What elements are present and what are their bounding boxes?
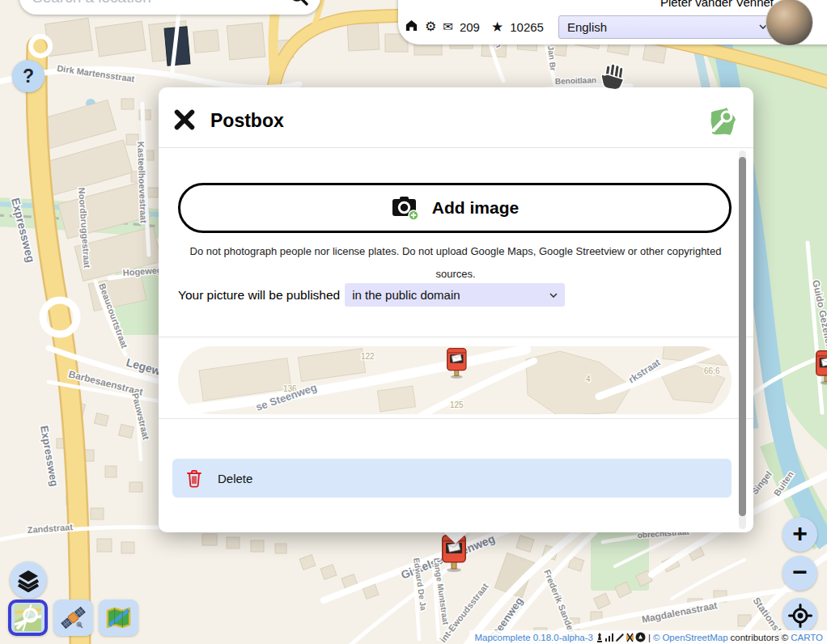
mapillary-icon	[635, 632, 646, 642]
pencil-icon	[615, 633, 625, 642]
star-icon: ★	[491, 20, 503, 34]
hand-cursor	[600, 63, 628, 95]
street-label: Expressweg	[38, 425, 61, 487]
theme-switcher	[8, 600, 138, 636]
delete-label: Delete	[218, 472, 252, 485]
close-icon[interactable]	[173, 108, 197, 133]
trash-icon	[185, 468, 203, 489]
osm-logo-icon[interactable]	[706, 105, 738, 141]
search-bar[interactable]	[19, 0, 320, 15]
dialog-pointer-arrow	[442, 531, 469, 544]
geolocate-button[interactable]	[782, 598, 817, 633]
theme-button-osm[interactable]	[8, 600, 48, 636]
help-button[interactable]: ?	[12, 60, 45, 92]
geolocate-icon	[788, 604, 812, 628]
copyright-symbol: ©	[653, 633, 659, 642]
dialog-title: Postbox	[210, 110, 284, 132]
language-select-value: English	[567, 20, 607, 34]
plus-icon: +	[792, 520, 808, 546]
divider	[159, 418, 753, 419]
street-label: Magdalenastraat	[641, 600, 719, 625]
license-select[interactable]: in the public domain	[345, 283, 565, 307]
stars-count: 10265	[510, 20, 544, 34]
satellite-icon	[60, 604, 87, 631]
attribution-icons[interactable]	[596, 632, 646, 642]
chevron-down-icon	[549, 293, 558, 298]
layers-button[interactable]	[10, 561, 47, 599]
search-input[interactable]	[19, 0, 288, 6]
user-avatar[interactable]	[766, 0, 813, 46]
carto-link[interactable]: CARTO	[791, 633, 823, 642]
theme-button-aerial[interactable]	[53, 600, 93, 636]
add-image-button[interactable]: Add image	[178, 183, 732, 233]
statistics-icon	[604, 633, 614, 642]
house-number: 125	[450, 400, 464, 409]
help-button-label: ?	[23, 66, 34, 87]
josm-icon	[626, 633, 634, 642]
statue-icon	[596, 633, 604, 642]
image-license-note: Do not photograph people nor license pla…	[189, 240, 723, 286]
street-label: Benoitlaan	[555, 75, 596, 86]
openstreetmap-link[interactable]: OpenStreetMap	[662, 633, 727, 642]
feature-minimap[interactable]: 122 136 125 4 66;6 se Steenweg rkstraat	[178, 346, 732, 414]
license-select-value: in the public domain	[352, 288, 460, 302]
street-label: Jan Br	[546, 45, 558, 71]
house-number: 4	[586, 375, 591, 383]
theme-button-map[interactable]	[99, 600, 138, 636]
mail-icon[interactable]: ✉	[443, 21, 453, 33]
osm-map-icon	[15, 604, 41, 631]
layers-icon	[16, 568, 40, 592]
user-topbar: Pieter vander Vennet ⚙ ✉ 209 ★ 10265 Eng…	[398, 0, 827, 44]
copyright-symbol: ©	[782, 633, 788, 642]
folded-map-icon	[105, 604, 132, 631]
house-number: 122	[361, 352, 375, 361]
dialog-scrollbar-thumb[interactable]	[739, 157, 746, 516]
divider	[159, 147, 753, 148]
publish-prefix: Your picture will be published	[178, 288, 340, 303]
zoom-out-button[interactable]: −	[782, 556, 817, 591]
zoom-in-button[interactable]: +	[782, 517, 817, 552]
contributors-text: contributors	[731, 633, 779, 642]
add-image-label: Add image	[432, 198, 519, 218]
attribution-separator: |	[648, 633, 651, 642]
attribution-bar: Mapcomplete 0.18.0-alpha-3 | © OpenStree…	[469, 630, 827, 644]
messages-count[interactable]: 209	[460, 20, 480, 34]
search-icon[interactable]	[288, 0, 309, 10]
street-label: Zandstraat	[27, 522, 73, 535]
language-select[interactable]: English	[558, 15, 774, 39]
delete-button[interactable]: Delete	[172, 459, 732, 498]
gear-icon[interactable]: ⚙	[425, 20, 436, 33]
postbox-dialog: Postbox Add image Do not photograph peop…	[159, 87, 753, 532]
camera-plus-icon	[391, 195, 421, 221]
house-number: 66;6	[704, 366, 720, 375]
username: Pieter vander Vennet	[660, 0, 774, 9]
divider	[159, 337, 753, 337]
home-icon[interactable]	[405, 19, 418, 36]
mapcomplete-version-link[interactable]: Mapcomplete 0.18.0-alpha-3	[475, 633, 593, 642]
minus-icon: −	[792, 559, 808, 585]
